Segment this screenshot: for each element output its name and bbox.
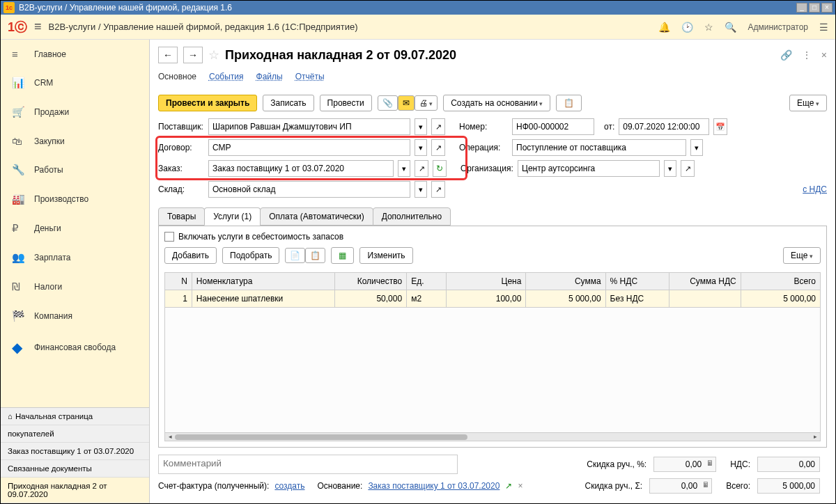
tab-files[interactable]: Файлы [256, 72, 283, 81]
date-input[interactable] [619, 118, 709, 135]
basis-clear-icon[interactable]: × [518, 481, 522, 491]
admin-label[interactable]: Администратор [748, 22, 808, 32]
col-vat-pct[interactable]: % НДС [605, 273, 669, 290]
history-icon[interactable]: 🕑 [681, 22, 693, 33]
favorite-star-icon[interactable]: ☆ [208, 47, 219, 63]
close-button[interactable]: × [821, 3, 833, 13]
calendar-icon[interactable]: 📅 [713, 118, 727, 135]
more-icon[interactable]: ⋮ [802, 49, 812, 61]
tab-goods[interactable]: Товары [158, 207, 205, 226]
calc-icon[interactable]: 🖩 [706, 459, 713, 467]
nav-financial-freedom[interactable]: ◆Финансовая свобода [1, 331, 149, 364]
forward-button[interactable]: → [183, 47, 203, 63]
related-docs-link[interactable]: Связанные документы [1, 460, 149, 478]
basis-open-icon[interactable]: ↗ [505, 481, 512, 491]
edit-row-button[interactable]: Изменить [359, 247, 412, 264]
include-cost-checkbox[interactable] [164, 232, 174, 242]
buyers-link[interactable]: покупателей [1, 425, 149, 443]
nav-sales[interactable]: 🛒Продажи [1, 97, 149, 127]
scroll-left-icon[interactable]: ◂ [165, 433, 175, 441]
table-row[interactable]: 1 Нанесение шпатлевки 50,000 м2 100,00 5… [165, 290, 821, 308]
calc-icon[interactable]: 🖩 [702, 481, 709, 489]
attachment-button[interactable]: 📎 [378, 95, 398, 111]
tab-payment[interactable]: Оплата (Автоматически) [260, 207, 373, 226]
save-button[interactable]: Записать [263, 95, 314, 111]
post-button[interactable]: Провести [320, 95, 372, 111]
supplier-order-link[interactable]: Заказ поставщику 1 от 03.07.2020 [1, 443, 149, 460]
number-input[interactable] [512, 118, 594, 135]
basis-link[interactable]: Заказ поставщику 1 от 03.07.2020 [368, 481, 500, 491]
email-button[interactable]: ✉ [398, 95, 415, 111]
nav-main[interactable]: ≡Главное [1, 40, 149, 68]
order-open-icon[interactable]: ↗ [415, 160, 428, 177]
supplier-dropdown-icon[interactable]: ▾ [415, 118, 427, 135]
nav-salary[interactable]: 👥Зарплата [1, 243, 149, 272]
search-icon[interactable]: 🔍 [725, 22, 736, 33]
paste-button[interactable]: 📋 [305, 248, 325, 263]
contract-open-icon[interactable]: ↗ [431, 139, 445, 156]
org-input[interactable] [518, 160, 660, 177]
tab-additional[interactable]: Дополнительно [373, 207, 451, 226]
contract-input[interactable] [208, 139, 410, 156]
horizontal-scrollbar[interactable]: ◂ ▸ [164, 433, 821, 441]
copy-button[interactable]: 📄 [285, 248, 305, 263]
create-based-button[interactable]: Создать на основании [443, 95, 550, 111]
warehouse-dropdown-icon[interactable]: ▾ [415, 181, 427, 198]
bell-icon[interactable]: 🔔 [658, 22, 670, 33]
col-total[interactable]: Всего [741, 273, 820, 290]
nav-production[interactable]: 🏭Производство [1, 184, 149, 214]
nav-purchases[interactable]: 🛍Закупки [1, 127, 149, 155]
scroll-thumb[interactable] [175, 434, 467, 440]
more-button[interactable]: Еще [789, 95, 827, 111]
table-more-button[interactable]: Еще [783, 247, 821, 264]
print-button[interactable]: 🖨 [415, 95, 438, 111]
menu-icon[interactable]: ☰ [819, 22, 828, 33]
col-unit[interactable]: Ед. [407, 273, 447, 290]
comment-input[interactable] [158, 455, 458, 474]
link-icon[interactable]: 🔗 [780, 49, 792, 61]
select-row-button[interactable]: Подобрать [222, 247, 279, 264]
minimize-button[interactable]: _ [796, 3, 807, 13]
org-open-icon[interactable]: ↗ [681, 160, 695, 177]
tab-services[interactable]: Услуги (1) [204, 207, 261, 226]
col-price[interactable]: Цена [447, 273, 526, 290]
scroll-right-icon[interactable]: ▸ [810, 433, 820, 441]
discount-sum-value[interactable]: 0,00🖩 [649, 478, 712, 494]
nav-money[interactable]: ₽Деньги [1, 214, 149, 243]
order-dropdown-icon[interactable]: ▾ [398, 160, 410, 177]
close-doc-icon[interactable]: × [821, 49, 827, 61]
vat-link[interactable]: с НДС [803, 184, 827, 194]
order-input[interactable] [208, 160, 394, 177]
discount-pct-value[interactable]: 0,00🖩 [653, 457, 716, 472]
warehouse-open-icon[interactable]: ↗ [431, 181, 445, 198]
hamburger-icon[interactable]: ≡ [34, 19, 42, 34]
tab-main[interactable]: Основное [158, 72, 196, 81]
col-vat-sum[interactable]: Сумма НДС [669, 273, 741, 290]
warehouse-input[interactable] [208, 181, 410, 198]
nav-jobs[interactable]: 🔧Работы [1, 155, 149, 184]
supplier-input[interactable] [208, 118, 410, 135]
back-button[interactable]: ← [158, 47, 178, 63]
nav-taxes[interactable]: ₪Налоги [1, 272, 149, 301]
nav-crm[interactable]: 📊CRM [1, 68, 149, 97]
report-button[interactable]: 📋 [556, 95, 582, 111]
supplier-open-icon[interactable]: ↗ [431, 118, 445, 135]
col-qty[interactable]: Количество [335, 273, 407, 290]
order-refresh-icon[interactable]: ↻ [433, 160, 447, 177]
post-and-close-button[interactable]: Провести и закрыть [158, 95, 257, 111]
current-doc-link[interactable]: Приходная накладная 2 от 09.07.2020 [1, 478, 149, 503]
excel-button[interactable]: ▦ [331, 247, 354, 264]
col-n[interactable]: N [165, 273, 192, 290]
nav-company[interactable]: 🏁Компания [1, 301, 149, 331]
col-sum[interactable]: Сумма [526, 273, 605, 290]
star-icon[interactable]: ☆ [704, 22, 713, 33]
maximize-button[interactable]: □ [809, 3, 820, 13]
operation-dropdown-icon[interactable]: ▾ [690, 139, 703, 156]
contract-dropdown-icon[interactable]: ▾ [415, 139, 427, 156]
tab-events[interactable]: События [209, 72, 244, 81]
operation-input[interactable] [512, 139, 686, 156]
home-page-link[interactable]: ⌂Начальная страница [1, 408, 149, 425]
tab-reports[interactable]: Отчёты [295, 72, 325, 81]
invoice-create-link[interactable]: создать [274, 481, 304, 491]
add-row-button[interactable]: Добавить [164, 247, 217, 264]
